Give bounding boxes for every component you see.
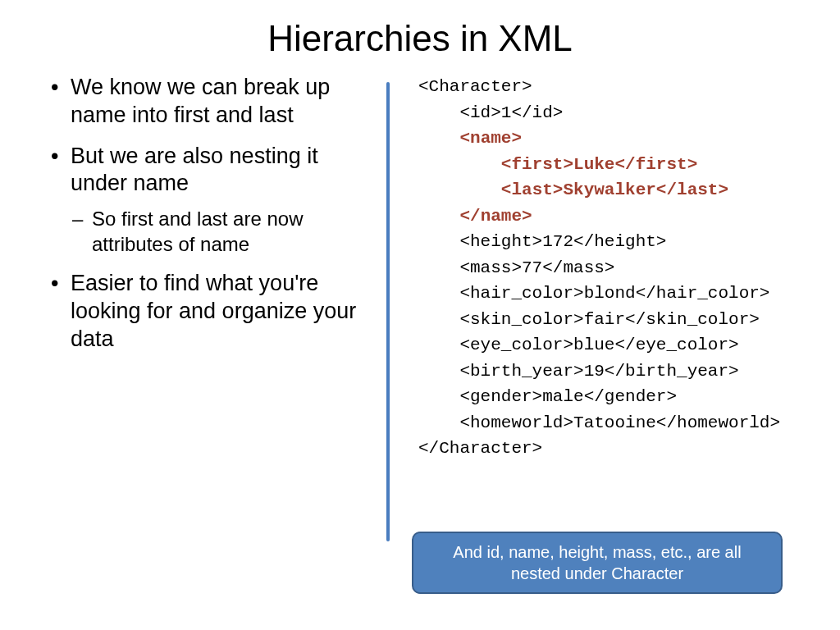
- code-line: <Character>: [418, 77, 532, 96]
- code-line: <id>1</id>: [418, 103, 563, 122]
- bullet-item: But we are also nesting it under name So…: [49, 143, 377, 258]
- code-highlight: <first>Luke</first>: [501, 155, 697, 174]
- bullet-item: Easier to find what you're looking for a…: [49, 270, 377, 353]
- code-line: <mass>77</mass>: [418, 258, 614, 277]
- code-highlight: <last>Skywalker</last>: [501, 180, 728, 199]
- code-line: [418, 129, 459, 148]
- bullet-list: We know we can break up name into first …: [49, 74, 377, 354]
- right-column: <Character> <id>1</id> <name> <first>Luk…: [394, 74, 804, 462]
- xml-code-block: <Character> <id>1</id> <name> <first>Luk…: [418, 74, 804, 462]
- code-line: <skin_color>fair</skin_color>: [418, 310, 760, 329]
- code-line: </Character>: [418, 439, 542, 458]
- code-line: <height>172</height>: [418, 232, 666, 251]
- code-line: <gender>male</gender>: [418, 387, 677, 406]
- code-line: [418, 207, 459, 226]
- code-line: <homeworld>Tatooine</homeworld>: [418, 413, 780, 432]
- left-column: We know we can break up name into first …: [49, 74, 394, 462]
- code-line: <eye_color>blue</eye_color>: [418, 336, 739, 354]
- sub-bullet-item: So first and last are now attributes of …: [71, 206, 377, 257]
- code-highlight: <name>: [459, 129, 522, 148]
- bullet-text: But we are also nesting it under name: [71, 144, 318, 196]
- code-line: [418, 180, 501, 199]
- callout-box: And id, name, height, mass, etc., are al…: [412, 532, 783, 594]
- code-line: <hair_color>blond</hair_color>: [418, 284, 769, 303]
- column-divider: [386, 82, 390, 541]
- content-columns: We know we can break up name into first …: [0, 74, 840, 462]
- code-highlight: </name>: [459, 207, 532, 226]
- code-line: <birth_year>19</birth_year>: [418, 362, 739, 381]
- code-line: [418, 155, 501, 174]
- bullet-item: We know we can break up name into first …: [49, 74, 377, 130]
- slide-title: Hierarchies in XML: [0, 0, 840, 74]
